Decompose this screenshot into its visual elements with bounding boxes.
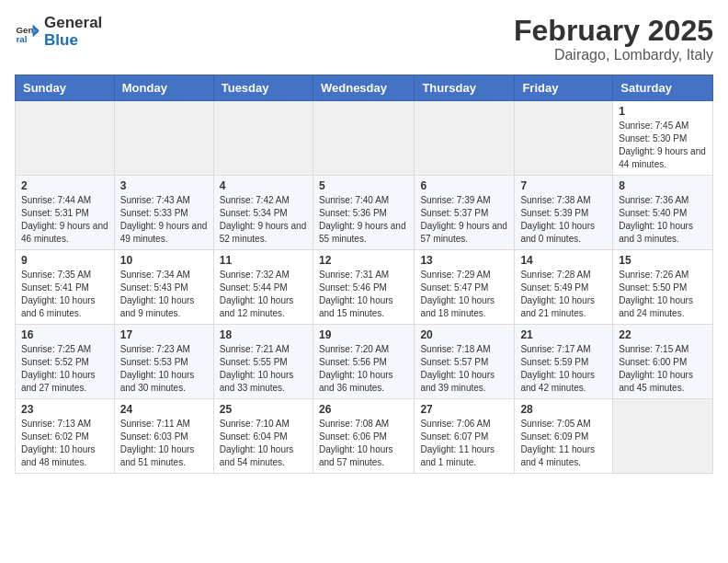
day-info: Sunrise: 7:05 AM Sunset: 6:09 PM Dayligh…	[520, 418, 607, 469]
day-cell: 16Sunrise: 7:25 AM Sunset: 5:52 PM Dayli…	[16, 325, 115, 399]
logo-text-general: General	[44, 15, 102, 32]
day-number: 27	[420, 403, 508, 416]
week-row-1: 1Sunrise: 7:45 AM Sunset: 5:30 PM Daylig…	[16, 101, 713, 176]
day-cell: 3Sunrise: 7:43 AM Sunset: 5:33 PM Daylig…	[114, 176, 213, 250]
day-cell	[114, 101, 213, 176]
day-number: 26	[319, 403, 408, 416]
logo-icon: Gene ral	[15, 19, 40, 45]
day-info: Sunrise: 7:26 AM Sunset: 5:50 PM Dayligh…	[619, 269, 707, 320]
day-info: Sunrise: 7:43 AM Sunset: 5:33 PM Dayligh…	[120, 194, 208, 246]
week-row-4: 16Sunrise: 7:25 AM Sunset: 5:52 PM Dayli…	[16, 325, 713, 399]
day-info: Sunrise: 7:39 AM Sunset: 5:37 PM Dayligh…	[420, 194, 508, 246]
day-cell: 21Sunrise: 7:17 AM Sunset: 5:59 PM Dayli…	[515, 325, 613, 399]
day-info: Sunrise: 7:08 AM Sunset: 6:06 PM Dayligh…	[319, 418, 408, 469]
col-header-thursday: Thursday	[415, 75, 515, 101]
day-cell	[213, 101, 313, 176]
day-cell: 10Sunrise: 7:34 AM Sunset: 5:43 PM Dayli…	[114, 250, 213, 325]
day-number: 6	[420, 179, 508, 192]
day-info: Sunrise: 7:34 AM Sunset: 5:43 PM Dayligh…	[120, 269, 208, 320]
title-block: February 2025 Dairago, Lombardy, Italy	[514, 15, 713, 63]
day-number: 9	[21, 254, 108, 267]
day-cell	[16, 101, 115, 176]
day-cell: 7Sunrise: 7:38 AM Sunset: 5:39 PM Daylig…	[515, 176, 613, 250]
day-number: 22	[619, 328, 707, 341]
day-cell	[613, 399, 713, 474]
day-info: Sunrise: 7:31 AM Sunset: 5:46 PM Dayligh…	[319, 269, 408, 320]
day-info: Sunrise: 7:11 AM Sunset: 6:03 PM Dayligh…	[120, 418, 208, 469]
day-cell: 11Sunrise: 7:32 AM Sunset: 5:44 PM Dayli…	[213, 250, 313, 325]
day-cell: 27Sunrise: 7:06 AM Sunset: 6:07 PM Dayli…	[415, 399, 515, 474]
day-cell: 1Sunrise: 7:45 AM Sunset: 5:30 PM Daylig…	[613, 101, 713, 176]
day-number: 24	[120, 403, 208, 416]
day-cell: 23Sunrise: 7:13 AM Sunset: 6:02 PM Dayli…	[16, 399, 115, 474]
day-info: Sunrise: 7:32 AM Sunset: 5:44 PM Dayligh…	[220, 269, 307, 320]
day-number: 11	[220, 254, 307, 267]
day-info: Sunrise: 7:35 AM Sunset: 5:41 PM Dayligh…	[21, 269, 108, 320]
day-cell: 22Sunrise: 7:15 AM Sunset: 6:00 PM Dayli…	[613, 325, 713, 399]
col-header-saturday: Saturday	[613, 75, 713, 101]
day-number: 19	[319, 328, 408, 341]
day-number: 7	[520, 179, 607, 192]
day-cell: 20Sunrise: 7:18 AM Sunset: 5:57 PM Dayli…	[415, 325, 515, 399]
day-info: Sunrise: 7:15 AM Sunset: 6:00 PM Dayligh…	[619, 343, 707, 395]
day-cell: 26Sunrise: 7:08 AM Sunset: 6:06 PM Dayli…	[313, 399, 414, 474]
day-number: 18	[220, 328, 307, 341]
day-info: Sunrise: 7:10 AM Sunset: 6:04 PM Dayligh…	[220, 418, 307, 469]
day-cell: 17Sunrise: 7:23 AM Sunset: 5:53 PM Dayli…	[114, 325, 213, 399]
day-number: 12	[319, 254, 408, 267]
day-cell	[415, 101, 515, 176]
day-cell	[515, 101, 613, 176]
day-cell: 14Sunrise: 7:28 AM Sunset: 5:49 PM Dayli…	[515, 250, 613, 325]
header: Gene ral General Blue February 2025 Dair…	[15, 15, 713, 63]
day-cell: 19Sunrise: 7:20 AM Sunset: 5:56 PM Dayli…	[313, 325, 414, 399]
day-info: Sunrise: 7:29 AM Sunset: 5:47 PM Dayligh…	[420, 269, 508, 320]
day-number: 16	[21, 328, 108, 341]
day-cell: 24Sunrise: 7:11 AM Sunset: 6:03 PM Dayli…	[114, 399, 213, 474]
day-info: Sunrise: 7:25 AM Sunset: 5:52 PM Dayligh…	[21, 343, 108, 395]
day-number: 21	[520, 328, 607, 341]
day-info: Sunrise: 7:45 AM Sunset: 5:30 PM Dayligh…	[619, 120, 707, 171]
day-cell: 2Sunrise: 7:44 AM Sunset: 5:31 PM Daylig…	[16, 176, 115, 250]
day-number: 28	[520, 403, 607, 416]
day-info: Sunrise: 7:42 AM Sunset: 5:34 PM Dayligh…	[220, 194, 307, 246]
week-row-3: 9Sunrise: 7:35 AM Sunset: 5:41 PM Daylig…	[16, 250, 713, 325]
day-number: 8	[619, 179, 707, 192]
day-number: 1	[619, 105, 707, 118]
day-info: Sunrise: 7:38 AM Sunset: 5:39 PM Dayligh…	[520, 194, 607, 246]
day-number: 5	[319, 179, 408, 192]
logo-text-blue: Blue	[44, 32, 102, 50]
day-cell: 8Sunrise: 7:36 AM Sunset: 5:40 PM Daylig…	[613, 176, 713, 250]
day-cell: 6Sunrise: 7:39 AM Sunset: 5:37 PM Daylig…	[415, 176, 515, 250]
day-number: 10	[120, 254, 208, 267]
day-info: Sunrise: 7:13 AM Sunset: 6:02 PM Dayligh…	[21, 418, 108, 469]
col-header-wednesday: Wednesday	[313, 75, 414, 101]
day-info: Sunrise: 7:18 AM Sunset: 5:57 PM Dayligh…	[420, 343, 508, 395]
day-number: 15	[619, 254, 707, 267]
col-header-friday: Friday	[515, 75, 613, 101]
subtitle: Dairago, Lombardy, Italy	[514, 47, 713, 63]
day-cell: 9Sunrise: 7:35 AM Sunset: 5:41 PM Daylig…	[16, 250, 115, 325]
logo: Gene ral General Blue	[15, 15, 102, 49]
svg-text:ral: ral	[16, 34, 27, 44]
day-number: 2	[21, 179, 108, 192]
day-cell: 28Sunrise: 7:05 AM Sunset: 6:09 PM Dayli…	[515, 399, 613, 474]
day-number: 13	[420, 254, 508, 267]
day-number: 25	[220, 403, 307, 416]
main-title: February 2025	[514, 15, 713, 47]
day-number: 20	[420, 328, 508, 341]
day-info: Sunrise: 7:06 AM Sunset: 6:07 PM Dayligh…	[420, 418, 508, 469]
day-cell: 15Sunrise: 7:26 AM Sunset: 5:50 PM Dayli…	[613, 250, 713, 325]
day-cell: 18Sunrise: 7:21 AM Sunset: 5:55 PM Dayli…	[213, 325, 313, 399]
calendar-header-row: SundayMondayTuesdayWednesdayThursdayFrid…	[16, 75, 713, 101]
day-info: Sunrise: 7:36 AM Sunset: 5:40 PM Dayligh…	[619, 194, 707, 246]
day-info: Sunrise: 7:20 AM Sunset: 5:56 PM Dayligh…	[319, 343, 408, 395]
day-cell: 5Sunrise: 7:40 AM Sunset: 5:36 PM Daylig…	[313, 176, 414, 250]
day-info: Sunrise: 7:23 AM Sunset: 5:53 PM Dayligh…	[120, 343, 208, 395]
col-header-tuesday: Tuesday	[213, 75, 313, 101]
day-info: Sunrise: 7:17 AM Sunset: 5:59 PM Dayligh…	[520, 343, 607, 395]
day-number: 14	[520, 254, 607, 267]
day-info: Sunrise: 7:28 AM Sunset: 5:49 PM Dayligh…	[520, 269, 607, 320]
day-number: 3	[120, 179, 208, 192]
day-cell: 4Sunrise: 7:42 AM Sunset: 5:34 PM Daylig…	[213, 176, 313, 250]
calendar: SundayMondayTuesdayWednesdayThursdayFrid…	[15, 75, 713, 474]
